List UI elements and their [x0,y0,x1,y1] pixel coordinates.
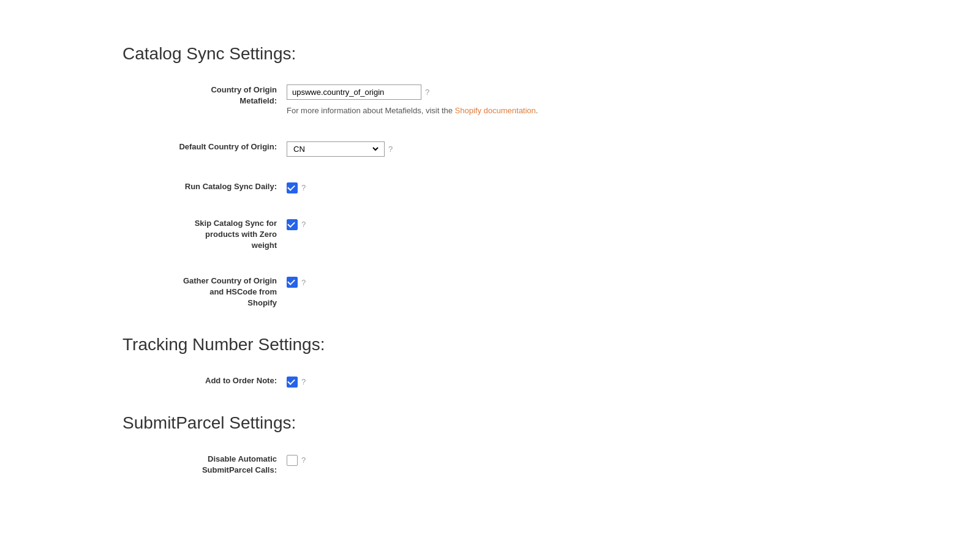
add-to-order-note-row: Add to Order Note: ? [123,369,612,394]
default-country-help-icon[interactable]: ? [388,144,393,154]
catalog-sync-title: Catalog Sync Settings: [123,44,980,64]
disable-automatic-submitparcel-checkbox[interactable] [287,455,298,466]
submit-parcel-title: SubmitParcel Settings: [123,413,980,433]
add-to-order-note-help-icon[interactable]: ? [301,377,306,386]
default-country-select-wrapper: CN US DE JP GB [287,141,385,157]
default-country-select[interactable]: CN US DE JP GB [291,144,380,154]
gather-country-origin-row: Gather Country of Originand HSCode fromS… [123,269,612,315]
country-of-origin-metafield-value: ? For more information about Metafields,… [282,78,612,123]
country-of-origin-metafield-input[interactable] [287,84,421,100]
skip-catalog-sync-zero-weight-value: ? [282,212,612,258]
skip-catalog-sync-zero-weight-label: Skip Catalog Sync forproducts with Zerow… [123,212,282,258]
add-to-order-note-value: ? [282,369,612,394]
skip-catalog-sync-zero-weight-help-icon[interactable]: ? [301,220,306,229]
gather-country-origin-label: Gather Country of Originand HSCode fromS… [123,269,282,315]
run-catalog-sync-daily-value: ? [282,175,612,200]
metafield-help-icon[interactable]: ? [425,88,429,97]
tracking-number-form: Add to Order Note: ? [123,369,612,394]
disable-automatic-submitparcel-value: ? [282,448,612,482]
disable-automatic-submitparcel-label: Disable AutomaticSubmitParcel Calls: [123,448,282,482]
country-of-origin-metafield-label: Country of OriginMetafield: [123,78,282,123]
add-to-order-note-checkbox[interactable] [287,377,298,388]
run-catalog-sync-daily-row: Run Catalog Sync Daily: ? [123,175,612,200]
skip-catalog-sync-zero-weight-checkbox[interactable] [287,219,298,230]
run-catalog-sync-daily-label: Run Catalog Sync Daily: [123,175,282,200]
default-country-of-origin-label: Default Country of Origin: [123,135,282,163]
catalog-sync-form: Country of OriginMetafield: ? For more i… [123,78,612,315]
shopify-docs-link[interactable]: Shopify documentation [455,106,536,115]
default-country-of-origin-row: Default Country of Origin: CN US DE JP G… [123,135,612,163]
run-catalog-sync-daily-help-icon[interactable]: ? [301,183,306,192]
gather-country-origin-help-icon[interactable]: ? [301,278,306,287]
country-of-origin-metafield-row: Country of OriginMetafield: ? For more i… [123,78,612,123]
metafield-info-text: For more information about Metafields, v… [287,105,608,117]
tracking-number-title: Tracking Number Settings: [123,335,980,354]
disable-automatic-submitparcel-row: Disable AutomaticSubmitParcel Calls: ? [123,448,612,482]
disable-automatic-submitparcel-help-icon[interactable]: ? [301,455,306,465]
gather-country-origin-value: ? [282,269,612,315]
run-catalog-sync-daily-checkbox[interactable] [287,182,298,193]
gather-country-origin-checkbox[interactable] [287,277,298,288]
default-country-of-origin-value: CN US DE JP GB ? [282,135,612,163]
add-to-order-note-label: Add to Order Note: [123,369,282,394]
submit-parcel-form: Disable AutomaticSubmitParcel Calls: ? [123,448,612,482]
skip-catalog-sync-zero-weight-row: Skip Catalog Sync forproducts with Zerow… [123,212,612,258]
